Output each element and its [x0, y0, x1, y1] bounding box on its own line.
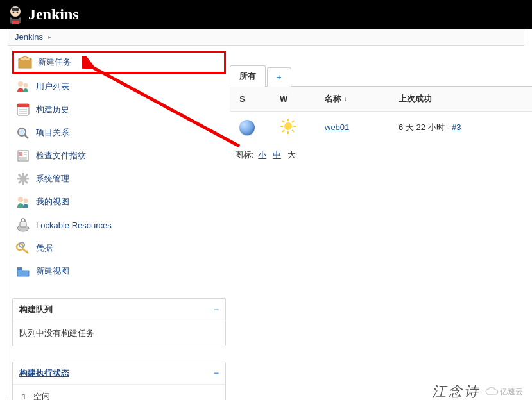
- top-header: Jenkins: [0, 0, 532, 29]
- svg-line-15: [24, 135, 28, 138]
- svg-point-2: [13, 11, 15, 13]
- lock-icon: [15, 217, 31, 233]
- sidebar-item-credentials[interactable]: 凭据: [12, 237, 226, 260]
- sidebar-item-label: 构建历史: [36, 104, 69, 115]
- sidebar-item-label: 新建任务: [38, 56, 71, 68]
- sidebar-item-label: 新建视图: [36, 265, 69, 277]
- build-queue-title: 构建队列: [19, 304, 53, 315]
- tab-all[interactable]: 所有: [230, 65, 266, 87]
- jenkins-logo-icon: [6, 4, 24, 26]
- new-job-icon: [17, 54, 33, 70]
- svg-line-43: [282, 121, 284, 122]
- weather-cell: [275, 112, 320, 144]
- folder-plus-icon: [15, 263, 31, 279]
- svg-rect-4: [12, 21, 19, 24]
- svg-rect-18: [19, 152, 22, 156]
- svg-rect-37: [17, 267, 22, 270]
- sidebar-item-label: 凭据: [36, 242, 53, 254]
- svg-line-35: [26, 251, 28, 252]
- search-icon: [15, 125, 31, 140]
- fingerprint-icon: [15, 148, 31, 163]
- svg-rect-10: [17, 104, 29, 107]
- svg-line-45: [292, 121, 294, 122]
- sidebar-item-label: 项目关系: [36, 127, 69, 138]
- name-cell: web01: [320, 112, 393, 144]
- build-queue-widget: 构建队列 − 队列中没有构建任务: [12, 298, 226, 346]
- my-views-icon: [15, 194, 31, 210]
- svg-point-7: [18, 81, 23, 87]
- icon-size-medium[interactable]: 中: [273, 150, 281, 160]
- sidebar-item-build-history[interactable]: 构建历史: [12, 98, 226, 121]
- breadcrumb-root[interactable]: Jenkins: [15, 32, 43, 42]
- sidebar-item-label: Lockable Resources: [36, 221, 112, 230]
- executor-header: 构建执行状态 −: [13, 362, 225, 384]
- icon-size-large: 大: [287, 150, 296, 160]
- sidebar-item-label: 我的视图: [36, 196, 69, 208]
- svg-line-44: [292, 130, 294, 132]
- executor-row: 1 空闲: [19, 388, 219, 400]
- collapse-icon[interactable]: −: [214, 368, 219, 378]
- svg-rect-6: [19, 60, 31, 67]
- job-table: S W 名称 ↓ 上次成功 web01 6 天 22 小时: [230, 87, 532, 143]
- col-name[interactable]: 名称 ↓: [320, 87, 393, 112]
- sort-down-icon: ↓: [344, 96, 347, 103]
- svg-point-30: [24, 199, 28, 203]
- status-ball-icon: [239, 120, 255, 135]
- sidebar-item-lockable[interactable]: Lockable Resources: [12, 213, 226, 237]
- svg-point-38: [284, 122, 292, 130]
- users-icon: [15, 79, 31, 94]
- last-success-cell: 6 天 22 小时 - #3: [393, 112, 532, 144]
- main-content: 所有 + S W 名称 ↓ 上次成功: [230, 46, 532, 398]
- build-queue-header: 构建队列 −: [13, 299, 225, 321]
- sidebar-item-label: 用户列表: [36, 81, 69, 92]
- svg-line-46: [282, 130, 284, 132]
- sidebar-item-label: 系统管理: [36, 173, 69, 185]
- svg-rect-32: [20, 222, 26, 227]
- build-queue-body: 队列中没有构建任务: [13, 321, 225, 346]
- executor-num: 1: [22, 392, 26, 400]
- history-icon: [15, 102, 31, 117]
- last-success-text: 6 天 22 小时 -: [399, 122, 449, 132]
- sidebar-item-project-relationship[interactable]: 项目关系: [12, 121, 226, 144]
- watermark: 江念诗 亿速云: [432, 382, 523, 400]
- sidebar-item-users[interactable]: 用户列表: [12, 75, 226, 98]
- sidebar-item-manage[interactable]: 系统管理: [12, 167, 226, 190]
- executor-body: 1 空闲 2 空闲: [13, 384, 225, 400]
- icon-size-row: 图标: 小 中 大: [230, 143, 532, 167]
- table-row: web01 6 天 22 小时 - #3: [230, 112, 532, 144]
- sidebar-item-new-job[interactable]: 新建任务: [12, 51, 226, 74]
- watermark-brand: 亿速云: [485, 387, 523, 397]
- tab-add[interactable]: +: [267, 67, 291, 87]
- col-weather[interactable]: W: [275, 87, 320, 112]
- executor-title[interactable]: 构建执行状态: [19, 367, 69, 379]
- sidebar-item-my-views[interactable]: 我的视图: [12, 190, 226, 213]
- executor-widget: 构建执行状态 − 1 空闲 2 空闲: [12, 362, 226, 400]
- build-link[interactable]: #3: [452, 122, 461, 132]
- sidebar-item-new-view[interactable]: 新建视图: [12, 260, 226, 283]
- sidebar-item-label: 检查文件指纹: [36, 150, 86, 162]
- job-link[interactable]: web01: [325, 122, 349, 132]
- view-tabs: 所有 +: [230, 65, 532, 87]
- sidebar: 新建任务 用户列表 构建历史 项目关系 检查文件指纹: [8, 46, 230, 398]
- svg-point-29: [18, 197, 23, 202]
- sun-icon: [280, 118, 296, 137]
- chevron-right-icon: ▸: [48, 33, 51, 40]
- svg-rect-1: [12, 8, 19, 11]
- executor-state: 空闲: [33, 392, 50, 400]
- key-icon: [15, 240, 31, 256]
- watermark-author: 江念诗: [432, 382, 480, 400]
- status-cell: [230, 112, 275, 144]
- icon-size-small[interactable]: 小: [258, 150, 266, 160]
- icon-size-label: 图标:: [235, 150, 254, 160]
- svg-point-3: [17, 11, 19, 13]
- breadcrumb: Jenkins ▸: [8, 29, 524, 46]
- col-status[interactable]: S: [230, 87, 275, 112]
- gear-icon: [15, 171, 31, 187]
- collapse-icon[interactable]: −: [214, 304, 219, 315]
- sidebar-item-fingerprint[interactable]: 检查文件指纹: [12, 144, 226, 167]
- svg-point-16: [19, 129, 24, 135]
- col-last-success[interactable]: 上次成功: [393, 87, 532, 112]
- jenkins-logo[interactable]: Jenkins: [6, 4, 79, 26]
- svg-point-8: [24, 83, 28, 88]
- jenkins-title: Jenkins: [28, 6, 79, 23]
